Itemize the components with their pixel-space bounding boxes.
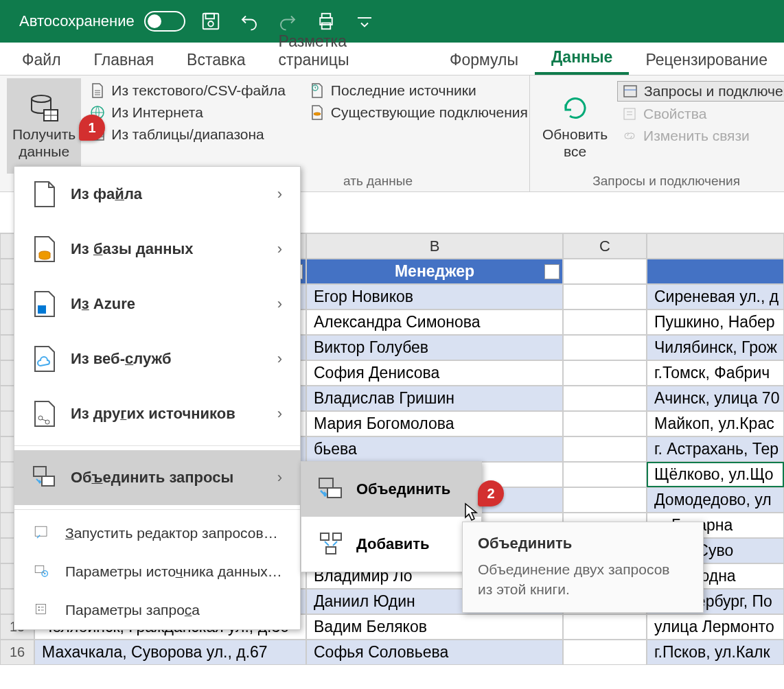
label: Существующие подключения <box>331 104 528 121</box>
cell[interactable]: София Денисова <box>306 360 563 386</box>
cell[interactable]: Мария Богомолова <box>306 411 563 436</box>
cell[interactable] <box>563 259 647 284</box>
cell[interactable] <box>563 310 647 335</box>
refresh-icon <box>559 92 592 125</box>
svg-rect-20 <box>624 108 635 119</box>
tab-formulas[interactable]: Формулы <box>433 45 535 75</box>
svg-rect-42 <box>319 478 333 488</box>
cell[interactable] <box>563 640 647 665</box>
col-header-c[interactable]: C <box>563 233 647 259</box>
svg-point-39 <box>38 609 40 611</box>
toggle-switch-icon[interactable] <box>144 11 185 32</box>
menu-query-params[interactable]: Параметры запроса <box>14 591 300 629</box>
queries-icon <box>622 83 638 100</box>
autosave-toggle[interactable]: Автосохранение <box>19 11 185 32</box>
cell[interactable]: Чилябинск, Грож <box>647 335 784 360</box>
submenu-append[interactable]: Добавить <box>301 517 481 572</box>
label: Свойства <box>643 106 706 122</box>
cell[interactable] <box>563 360 647 386</box>
tab-data[interactable]: Данные <box>535 43 629 75</box>
from-web-button[interactable]: Из Интернета <box>85 103 290 122</box>
cell[interactable]: Сиреневая ул., д <box>647 284 784 310</box>
cell[interactable] <box>563 386 647 411</box>
cell[interactable]: Александра Симонова <box>306 310 563 335</box>
tooltip: Объединить Объединение двух запросов из … <box>462 522 704 613</box>
cell[interactable]: Вадим Беляков <box>306 614 563 640</box>
submenu-merge[interactable]: Объединить <box>301 462 481 517</box>
recent-sources-button[interactable]: Последние источники <box>305 81 532 100</box>
refresh-all-button[interactable]: Обновить все <box>537 78 613 174</box>
cell[interactable]: г.Псков, ул.Калк <box>647 640 784 665</box>
row-header[interactable]: 16 <box>0 640 34 665</box>
col-header-b[interactable]: B <box>306 233 563 259</box>
combine-icon <box>32 464 57 491</box>
cell[interactable]: Виктор Голубев <box>306 335 563 360</box>
cell[interactable]: Владислав Гришин <box>306 386 563 411</box>
existing-connections-button[interactable]: Существующие подключения <box>305 103 532 122</box>
menu-from-database[interactable]: Из базы данных› <box>14 222 300 277</box>
cell[interactable]: Домодедово, ул <box>647 487 784 513</box>
label: Запустить редактор запросов… <box>65 525 278 541</box>
annotation-badge-1: 1 <box>79 115 105 141</box>
cell[interactable] <box>563 284 647 310</box>
menu-source-params[interactable]: Параметры источника данных… <box>14 552 300 591</box>
svg-rect-31 <box>34 467 46 476</box>
label: Из таблицы/диапазона <box>111 126 264 143</box>
table-header-manager[interactable]: Менеджер ▾ <box>306 259 563 284</box>
svg-rect-25 <box>42 305 46 310</box>
cell[interactable]: г.Томск, Фабрич <box>647 360 784 386</box>
cell[interactable]: г. Астрахань, Тер <box>647 436 784 462</box>
tab-review[interactable]: Рецензирование <box>629 45 784 75</box>
label: Из Azure <box>71 295 135 313</box>
menu-from-other[interactable]: Из других источников› <box>14 386 300 441</box>
svg-rect-1 <box>205 14 214 19</box>
undo-icon[interactable] <box>236 8 262 34</box>
cell[interactable]: бьева <box>306 436 563 462</box>
svg-rect-32 <box>42 476 54 486</box>
properties-button: Свойства <box>617 104 784 124</box>
cell[interactable]: Егор Новиков <box>306 284 563 310</box>
cell[interactable] <box>563 335 647 360</box>
cell[interactable] <box>563 436 647 462</box>
label: Из других источников <box>71 405 235 423</box>
cell[interactable]: Майкоп, ул.Крас <box>647 411 784 436</box>
menu-combine-queries[interactable]: Объединить запросы› <box>14 450 300 505</box>
get-data-menu: Из файла› Из базы данных› Из Azure› Из в… <box>14 166 301 630</box>
get-data-button[interactable]: Получить данные <box>7 78 81 174</box>
col-header[interactable] <box>647 233 784 259</box>
from-table-button[interactable]: Из таблицы/диапазона <box>85 125 290 144</box>
append-icon <box>318 532 344 557</box>
cell[interactable]: Ачинск, улица 70 <box>647 386 784 411</box>
svg-rect-45 <box>333 533 341 540</box>
table-header-cell[interactable] <box>647 259 784 284</box>
tab-insert[interactable]: Вставка <box>170 45 262 75</box>
cell[interactable] <box>563 614 647 640</box>
cell[interactable] <box>563 487 647 513</box>
cell[interactable]: Махачкала, Суворова ул., д.67 <box>34 640 306 665</box>
chevron-right-icon: › <box>277 405 282 423</box>
menu-from-web-services[interactable]: Из веб-служб› <box>14 331 300 386</box>
cell[interactable]: Пушкино, Набер <box>647 310 784 335</box>
cell[interactable]: улица Лермонто <box>647 614 784 640</box>
cell[interactable] <box>563 462 647 487</box>
from-csv-button[interactable]: Из текстового/CSV-файла <box>85 81 290 100</box>
cursor-icon <box>464 502 479 522</box>
svg-rect-43 <box>327 488 341 498</box>
redo-icon[interactable] <box>275 8 301 34</box>
menu-from-file[interactable]: Из файла› <box>14 167 300 222</box>
save-icon[interactable] <box>198 8 224 34</box>
ribbon-tabs: Файл Главная Вставка Разметка страницы Ф… <box>0 43 784 75</box>
azure-icon <box>32 290 57 318</box>
cell[interactable]: Софья Соловьева <box>306 640 563 665</box>
combine-submenu: Объединить Добавить <box>301 461 482 572</box>
svg-rect-33 <box>35 526 47 536</box>
filter-dropdown-icon[interactable]: ▾ <box>544 264 560 279</box>
cell[interactable]: Щёлково, ул.Що <box>647 462 784 487</box>
menu-launch-editor[interactable]: Запустить редактор запросов… <box>14 514 300 552</box>
tab-home[interactable]: Главная <box>78 45 171 75</box>
queries-connections-button[interactable]: Запросы и подключен <box>617 81 784 102</box>
label: Обновить все <box>542 126 608 159</box>
tab-file[interactable]: Файл <box>5 45 78 75</box>
cell[interactable] <box>563 411 647 436</box>
menu-from-azure[interactable]: Из Azure› <box>14 277 300 331</box>
